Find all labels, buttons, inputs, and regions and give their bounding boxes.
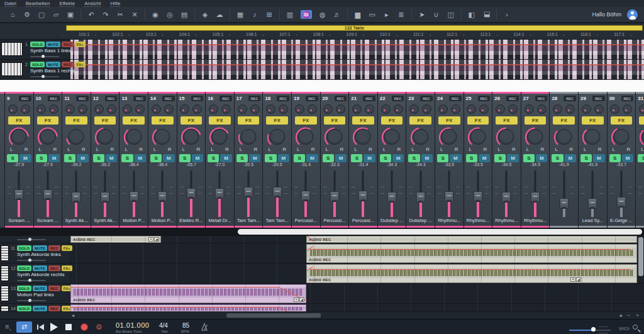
monitor-icon[interactable]: ▭ — [369, 10, 376, 19]
scroll-left-icon[interactable]: ◂ — [72, 313, 74, 319]
fx-button[interactable]: FX+ — [75, 62, 86, 67]
aux-knob-2[interactable] — [594, 104, 604, 114]
track-header[interactable]: 12SOLOMUTERECFX+Synth Akkorde rechts — [0, 264, 69, 284]
aux-knob-1[interactable] — [582, 104, 591, 114]
instrument-piano-icon[interactable] — [1, 245, 9, 261]
channel-rec-button[interactable]: REC — [48, 96, 60, 101]
menu-item-datei[interactable]: Datei — [4, 1, 16, 7]
delete-icon[interactable]: ✕ — [131, 10, 138, 19]
channel-fx-button[interactable]: FX — [152, 116, 174, 125]
channel-fx-button[interactable]: FX — [352, 116, 374, 125]
aux-knob-1[interactable] — [525, 104, 534, 114]
aux-knob-1[interactable] — [266, 104, 275, 114]
channel-solo-button[interactable]: S — [121, 154, 133, 162]
menu-item-ansicht[interactable]: Ansicht — [84, 1, 101, 7]
menu-item-hilfe[interactable]: Hilfe — [110, 1, 120, 7]
aux-knob-1[interactable] — [36, 104, 46, 114]
track-volume-slider[interactable] — [30, 76, 59, 77]
channel-mute-button[interactable]: M — [306, 154, 318, 162]
channel-rec-button[interactable]: REC — [420, 96, 433, 101]
channel-solo-button[interactable]: S — [150, 154, 162, 162]
aux-knob-1[interactable] — [123, 104, 132, 114]
channel-rec-button[interactable]: REC — [76, 96, 89, 101]
channel-fader[interactable] — [62, 169, 91, 217]
aux-knob-1[interactable] — [94, 104, 104, 114]
track-header[interactable]: 11SOLOMUTERECFX+Synth Akkorde links — [0, 243, 69, 264]
aux-knob-1[interactable] — [438, 104, 448, 114]
channel-fx-button[interactable]: FX — [209, 116, 231, 125]
channel-mute-button[interactable]: M — [335, 154, 347, 162]
clip-fade-icon[interactable]: ◢ — [154, 237, 159, 242]
more-icon[interactable]: › — [503, 10, 511, 19]
aux-knob-2[interactable] — [451, 104, 460, 114]
channel-solo-button[interactable]: S — [494, 154, 506, 162]
aux-knob-1[interactable] — [639, 104, 644, 114]
mute-button[interactable]: MUTE — [46, 42, 60, 47]
pads-grid-icon[interactable]: ⊞ — [265, 10, 273, 19]
channel-solo-button[interactable]: S — [323, 154, 334, 162]
home-icon[interactable]: ⌂ — [9, 10, 16, 19]
channel-mute-button[interactable]: M — [249, 154, 260, 162]
mute-button[interactable]: MUTE — [33, 265, 47, 271]
undo-icon[interactable]: ↶ — [87, 10, 95, 19]
store-icon[interactable]: ◈ — [201, 10, 209, 19]
channel-fader[interactable] — [550, 169, 578, 217]
instrument-piano-icon[interactable] — [1, 62, 23, 76]
channel-rec-button[interactable]: REC — [248, 96, 261, 101]
save-project-icon[interactable]: ▣ — [67, 10, 74, 19]
channel-fader[interactable] — [263, 169, 291, 217]
channel-fader[interactable] — [5, 169, 33, 217]
channel-solo-button[interactable]: S — [179, 154, 191, 162]
channel-mute-button[interactable]: M — [450, 154, 461, 162]
redo-icon[interactable]: ↷ — [102, 10, 109, 19]
channel-fx-button[interactable]: FX — [123, 116, 145, 125]
channel-fx-button[interactable]: FX — [324, 116, 346, 125]
aux-knob-1[interactable] — [323, 104, 333, 114]
skip-start-icon[interactable] — [39, 324, 44, 330]
audio-clip[interactable]: AUDIO REC▾◢ — [70, 236, 161, 243]
audio-note-icon[interactable]: ♪ — [251, 10, 258, 19]
track-header[interactable]: 14SOLOMUTERECFX+Motion Pad rechts — [0, 304, 69, 311]
clip-menu-icon[interactable]: ▾ — [148, 237, 153, 242]
channel-fx-button[interactable]: FX — [438, 116, 460, 125]
zoom-slider-handle[interactable] — [591, 327, 596, 331]
channel-solo-button[interactable]: S — [64, 154, 75, 162]
channel-solo-button[interactable]: S — [294, 154, 305, 162]
channel-rec-button[interactable]: REC — [506, 96, 519, 101]
channel-fx-button[interactable]: FX — [525, 116, 547, 125]
track-volume-handle[interactable] — [28, 279, 31, 282]
channel-mute-button[interactable]: M — [19, 154, 31, 162]
channel-rec-button[interactable]: REC — [277, 96, 289, 101]
playback-position[interactable]: 01.01.000 — [116, 321, 149, 329]
channel-fader[interactable] — [435, 169, 464, 217]
timeline-ruler[interactable]: 133 Takte ,101:1,,102:1,,103:1,,104:1,,1… — [0, 23, 644, 40]
search-zoom-icon[interactable] — [633, 325, 638, 330]
aux-knob-1[interactable] — [610, 104, 619, 114]
aux-knob-1[interactable] — [496, 104, 505, 114]
aux-knob-2[interactable] — [365, 104, 374, 114]
channel-fader[interactable] — [321, 169, 349, 217]
channel-fx-button[interactable]: FX — [639, 116, 644, 125]
fader-handle[interactable] — [445, 191, 454, 202]
channel-fader[interactable] — [206, 169, 234, 217]
channel-rec-button[interactable]: REC — [133, 96, 146, 101]
aux-knob-2[interactable] — [164, 104, 174, 114]
channel-solo-button[interactable]: S — [265, 154, 276, 162]
audio-clip[interactable]: AUDIO REC — [306, 236, 637, 243]
record-button[interactable] — [80, 323, 88, 331]
aux-knob-2[interactable] — [78, 104, 87, 114]
fader-handle[interactable] — [158, 191, 167, 202]
channel-mute-button[interactable]: M — [220, 154, 231, 162]
channel-mute-button[interactable]: M — [163, 154, 174, 162]
channel-mute-button[interactable]: M — [479, 154, 490, 162]
channel-mute-button[interactable]: M — [106, 154, 117, 162]
track-volume-slider[interactable] — [30, 56, 59, 57]
panel-bottom-icon[interactable]: ◧ — [482, 10, 490, 19]
aux-knob-1[interactable] — [381, 104, 391, 114]
aux-knob-2[interactable] — [623, 104, 632, 114]
channel-fx-button[interactable]: FX — [8, 116, 30, 125]
channel-fx-button[interactable]: FX — [65, 116, 87, 125]
channel-mute-button[interactable]: M — [364, 154, 375, 162]
fader-handle[interactable] — [186, 188, 196, 199]
keyboard-icon[interactable]: ▥ — [286, 10, 294, 19]
